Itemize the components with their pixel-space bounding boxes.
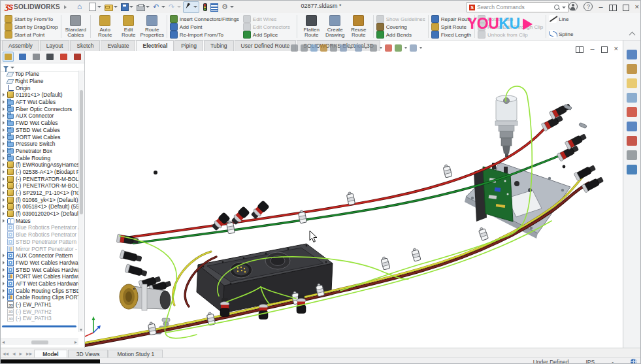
tree-item-mates[interactable]: Mates — [1, 217, 78, 224]
tree-item-mirror-port-penetrator-no-wet[interactable]: Mirror PORT Penetrator - NO WET — [1, 245, 78, 252]
expand-arrow-icon[interactable] — [3, 114, 7, 118]
tree-item-fwd-wet-cables[interactable]: FWD Wet Cables — [1, 120, 78, 127]
expand-arrow-icon[interactable] — [3, 149, 7, 153]
ribbon-button-add-point[interactable]: Add Point — [170, 23, 239, 31]
ribbon-button-edit-route[interactable]: Edit Route — [117, 14, 140, 39]
save-dropdown-icon[interactable] — [129, 6, 133, 8]
ribbon-button-start-by-from-to[interactable]: Start by From/To — [5, 15, 58, 23]
ribbon-button-insert-connectors-fittings[interactable]: Insert Connectors/Fittings — [170, 15, 239, 23]
hide-show-items-dropdown-icon[interactable] — [380, 47, 382, 49]
tree-item-aux-connector[interactable]: AUX Connector — [1, 112, 78, 120]
print-button[interactable] — [135, 2, 151, 12]
ribbon-button-flatten-route[interactable]: Flatten Route — [300, 14, 323, 39]
save-button[interactable] — [120, 2, 135, 12]
tree-item-cable-routing-clips-stbd[interactable]: Cable Routing Clips STBD — [1, 287, 78, 294]
zoom-to-fit-icon[interactable] — [290, 44, 299, 52]
expand-arrow-icon[interactable] — [3, 163, 7, 167]
design-library-icon[interactable] — [627, 64, 637, 74]
ribbon-button-route-properties[interactable]: Route Properties — [140, 14, 164, 39]
ribbon-button-split-route[interactable]: Split Route — [431, 23, 472, 31]
expand-arrow-icon[interactable] — [3, 191, 7, 195]
displaymanager-icon[interactable] — [59, 52, 69, 61]
tree-item-02538-a-1-biodapt-part-prtdc[interactable]: (-) 02538-A<1> (Biodapt Part.prtdc — [1, 169, 78, 176]
tree-item-f-ewroutingassyharness-h2-357[interactable]: (f) EWRoutingAssyHarness_H2_357 — [1, 161, 78, 169]
scrollbar-thumb[interactable] — [80, 90, 83, 214]
scroll-down-icon[interactable] — [80, 329, 82, 331]
doc-pane-icon[interactable] — [576, 46, 583, 53]
mounting-plate[interactable] — [465, 163, 570, 239]
expand-arrow-icon[interactable] — [3, 135, 7, 139]
tree-item-sp2912-p1-10-1-по-умолчан[interactable]: (-) SP2912_P1-10<1> (По умолчан — [1, 190, 78, 197]
graphics-viewport[interactable]: – × — [85, 41, 625, 348]
logo-caret-icon[interactable] — [64, 5, 67, 9]
solidworks-forum-icon[interactable] — [627, 136, 637, 146]
brass-thruster[interactable] — [120, 274, 172, 310]
hide-show-items-icon[interactable] — [369, 44, 378, 52]
expand-arrow-icon[interactable] — [3, 170, 7, 174]
dynamic-annotation-icon[interactable] — [329, 44, 338, 52]
scroll-left-icon[interactable]: ◂ — [2, 339, 5, 345]
tree-item-top-plane[interactable]: Top Plane — [1, 71, 78, 78]
expand-arrow-icon[interactable] — [3, 128, 7, 132]
tree-item-stbd-wet-cables-hardware-pattern[interactable]: STBD Wet Cables Hardware Pattern — [1, 266, 78, 273]
tree-item-ew-path3[interactable]: (-) EW_PATH3 — [1, 315, 78, 322]
undo-dropdown-icon[interactable] — [161, 6, 165, 8]
new-document-dropdown-icon[interactable] — [97, 6, 101, 8]
tab-assembly[interactable]: Assembly — [2, 41, 39, 51]
search-dropdown-icon[interactable] — [562, 7, 566, 8]
view-orientation-dropdown-icon[interactable] — [350, 47, 352, 49]
ribbon-button-start-by-drag-drop[interactable]: Start by Drag/Drop — [5, 23, 58, 31]
undo-button[interactable] — [152, 2, 167, 12]
tree-item-right-plane[interactable]: Right Plane — [1, 78, 78, 85]
settings-gear-dropdown-icon[interactable] — [230, 6, 234, 8]
open-dropdown-icon[interactable] — [114, 6, 118, 8]
select-dropdown-icon[interactable] — [193, 6, 197, 8]
view-orientation-icon[interactable] — [339, 44, 348, 52]
tab-evaluate[interactable]: Evaluate — [101, 41, 135, 51]
tree-item-penetrator-m-bolt-10-25-a[interactable]: (-) PENETRATOR-M-BOLT-10-25-A — [1, 182, 78, 190]
tree-item-pressure-switch[interactable]: Pressure Switch — [1, 141, 78, 148]
user-account-icon[interactable] — [568, 2, 578, 11]
dimxpertmanager-icon[interactable] — [45, 52, 55, 61]
tab-layout[interactable]: Layout — [40, 41, 70, 51]
expand-arrow-icon[interactable] — [3, 198, 7, 202]
expand-arrow-icon[interactable] — [3, 254, 7, 257]
solidworks-resources-icon[interactable] — [627, 50, 637, 59]
expand-arrow-icon[interactable] — [3, 289, 7, 293]
expand-arrow-icon[interactable] — [3, 274, 7, 278]
tab-sketch[interactable]: Sketch — [70, 41, 100, 51]
ribbon-button-add-splice[interactable]: Add Splice — [243, 31, 290, 39]
ribbon-button-add-bends[interactable]: Add Bends — [376, 31, 425, 39]
previous-view-icon[interactable] — [310, 44, 318, 52]
select-button[interactable] — [183, 1, 199, 13]
expand-arrow-icon[interactable] — [3, 205, 7, 208]
search-input[interactable]: Search Commands — [477, 4, 552, 10]
view-palette-icon[interactable] — [627, 93, 637, 103]
ribbon-button-start-at-point[interactable]: Start at Point — [5, 31, 58, 39]
rebuild-traffic-light-button[interactable] — [200, 2, 208, 12]
rollback-bar[interactable] — [2, 325, 76, 327]
view-settings-dropdown-icon[interactable] — [419, 47, 422, 49]
tree-item-fwd-wet-cables-hardware-pattern[interactable]: FWD Wet Cables Hardware Pattern — [1, 259, 78, 267]
status-globe-icon[interactable] — [631, 359, 636, 364]
expand-arrow-icon[interactable] — [3, 268, 7, 272]
ribbon-button-line[interactable]: Line — [549, 15, 573, 23]
configuration-manager-icon[interactable] — [31, 52, 41, 61]
redo-dropdown-icon[interactable] — [177, 6, 181, 8]
expand-arrow-icon[interactable] — [3, 219, 7, 223]
scroll-right-icon[interactable]: ▸ — [74, 339, 77, 345]
expand-arrow-icon[interactable] — [3, 261, 7, 265]
tree-item-port-wet-cables-hardware-mirror[interactable]: PORT Wet Cables Hardware Mirror — [1, 273, 78, 280]
expand-arrow-icon[interactable] — [3, 142, 7, 146]
3dexperience-icon[interactable] — [627, 165, 637, 174]
new-document-button[interactable] — [87, 2, 103, 12]
expand-arrow-icon[interactable] — [3, 156, 7, 160]
expand-arrow-icon[interactable] — [3, 184, 7, 188]
filter-funnel-icon[interactable] — [3, 66, 8, 69]
tree-item-penetrator-m-bolt-10-25-a[interactable]: (-) PENETRATOR-M-BOLT-10-25-A — [1, 175, 78, 182]
pane-layout-icon[interactable] — [609, 5, 617, 11]
tree-item-f-01066-yk-1-default[interactable]: (f) 01066_yk<1> (Default) — [1, 196, 78, 203]
tree-item-aux-connector-pattern[interactable]: AUX Connector Pattern — [1, 252, 78, 259]
expand-arrow-icon[interactable] — [3, 107, 7, 111]
tree-item-port-wet-cables[interactable]: PORT Wet Cables — [1, 133, 78, 141]
